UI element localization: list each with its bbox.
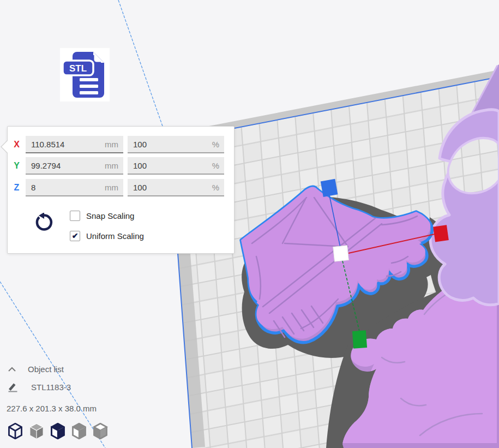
- center-scale-handle[interactable]: [333, 246, 349, 262]
- chevron-up-icon: [8, 367, 16, 372]
- object-name: STL1183-3: [31, 383, 71, 392]
- cube-left-icon: [71, 423, 87, 439]
- cube-3d-icon: [8, 423, 23, 439]
- view-3d-button[interactable]: [7, 422, 23, 440]
- scale-row-x: X mm %: [8, 136, 234, 153]
- reset-scale-button[interactable]: [34, 213, 55, 235]
- x-percent-input[interactable]: [128, 136, 224, 152]
- object-dimensions: 227.6 x 201.3 x 38.0 mm: [7, 404, 97, 413]
- cube-top-icon: [50, 423, 65, 439]
- y-percent-input[interactable]: [128, 157, 224, 174]
- app-window: STL X mm % Y mm: [0, 0, 499, 448]
- y-scale-handle[interactable]: [352, 330, 367, 349]
- snap-scaling-checkbox[interactable]: Snap Scaling: [70, 210, 134, 221]
- scale-row-y: Y mm %: [8, 157, 234, 175]
- uniform-checkbox-label: Uniform Scaling: [86, 231, 144, 241]
- x-scale-handle[interactable]: [433, 225, 449, 242]
- view-front-button[interactable]: [28, 422, 45, 440]
- scale-tool-panel: X mm % Y mm % Z mm: [7, 126, 235, 254]
- pencil-icon: [8, 382, 18, 392]
- object-list-header[interactable]: Object list: [8, 365, 64, 374]
- cube-right-icon: [93, 423, 108, 439]
- z-percent-input[interactable]: [128, 179, 224, 195]
- z-axis-label: Z: [8, 183, 26, 193]
- x-size-input[interactable]: [26, 136, 123, 152]
- scale-row-z: Z mm %: [8, 179, 234, 196]
- y-size-input[interactable]: [26, 157, 123, 174]
- stl-label: STL: [69, 63, 86, 74]
- z-scale-handle[interactable]: [321, 179, 338, 197]
- view-right-button[interactable]: [92, 422, 109, 440]
- object-list-item[interactable]: STL1183-3: [8, 382, 71, 392]
- snap-checkbox-box[interactable]: [70, 211, 80, 221]
- cube-front-icon: [29, 423, 44, 439]
- uniform-checkbox-box[interactable]: ✔: [70, 231, 80, 241]
- x-axis-label: X: [8, 140, 26, 150]
- view-left-button[interactable]: [71, 422, 87, 440]
- reset-icon: [34, 213, 54, 234]
- camera-view-toolbar: [7, 422, 109, 440]
- snap-checkbox-label: Snap Scaling: [86, 211, 134, 220]
- z-size-input[interactable]: [26, 179, 123, 195]
- uniform-scaling-checkbox[interactable]: ✔ Uniform Scaling: [70, 230, 144, 241]
- object-list-title: Object list: [28, 365, 64, 374]
- view-top-button[interactable]: [50, 422, 66, 440]
- stl-file-icon: STL: [60, 48, 110, 101]
- y-axis-label: Y: [8, 161, 26, 171]
